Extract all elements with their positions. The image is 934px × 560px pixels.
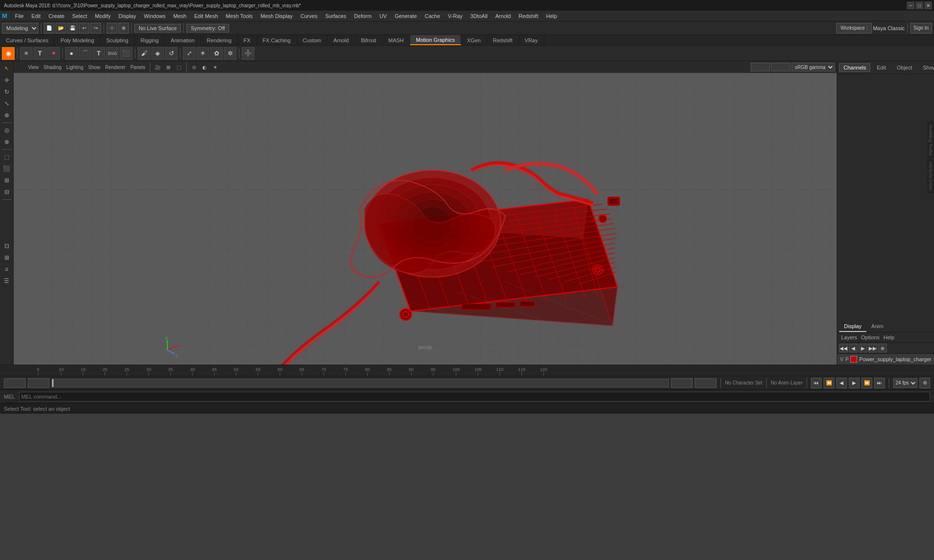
field-button[interactable]: ✿: [210, 47, 223, 60]
camera-btn[interactable]: 🎥: [153, 62, 162, 72]
layer-color-swatch[interactable]: [850, 356, 857, 363]
menu-select[interactable]: Select: [69, 12, 91, 20]
shadow-btn[interactable]: ☀: [211, 62, 220, 72]
start-frame-input[interactable]: 1: [4, 378, 26, 388]
menu-modify[interactable]: Modify: [91, 12, 114, 20]
range-end-input[interactable]: 200: [695, 378, 717, 388]
rotate-tool[interactable]: ↻: [1, 87, 12, 97]
loh-layers[interactable]: Layers: [841, 334, 857, 340]
play-back-btn[interactable]: ◀: [836, 378, 847, 388]
menu-uv[interactable]: UV: [376, 12, 391, 20]
fps-dropdown[interactable]: 24 fps: [893, 378, 917, 388]
da-tab-anim[interactable]: Anim: [866, 321, 888, 332]
sphere-button[interactable]: ●: [65, 47, 78, 60]
menu-help[interactable]: Help: [542, 12, 561, 20]
modeling-toolkit-tab[interactable]: Modeling Toolkit: [927, 122, 934, 159]
vp-panels-label[interactable]: Panels: [128, 65, 147, 70]
transform-button[interactable]: ⤢: [183, 47, 196, 60]
add-button[interactable]: ➕: [242, 47, 254, 60]
view-tool3[interactable]: ⊞: [1, 175, 12, 186]
vp-lighting-label[interactable]: Lighting: [64, 65, 85, 70]
tab-animation[interactable]: Animation: [165, 35, 201, 45]
menu-v-ray[interactable]: V-Ray: [444, 12, 467, 20]
grid-btn[interactable]: ⊞: [163, 62, 173, 72]
layer-back-btn[interactable]: ◀: [849, 344, 858, 352]
brush-button[interactable]: 🖌: [138, 47, 150, 60]
tab-custom[interactable]: Custom: [297, 35, 327, 45]
tab-fx-caching[interactable]: FX Caching: [257, 35, 297, 45]
tab-curves-/-surfaces[interactable]: Curves / Surfaces: [0, 35, 54, 45]
tab-redshift[interactable]: Redshift: [487, 35, 519, 45]
layer-add-btn[interactable]: ⊕: [878, 344, 887, 352]
snap-tool3[interactable]: ≡: [1, 264, 12, 275]
undo-button[interactable]: ↩: [79, 23, 90, 34]
text-tool-button[interactable]: T: [34, 47, 46, 60]
vp-view-label[interactable]: View: [26, 65, 41, 70]
menu-mesh-tools[interactable]: Mesh Tools: [222, 12, 256, 20]
layer-forward-forward-btn[interactable]: ▶▶: [868, 344, 877, 352]
end-frame-input[interactable]: 120: [671, 378, 693, 388]
menu-arnold[interactable]: Arnold: [491, 12, 515, 20]
layer-item[interactable]: V P Power_supply_laptop_charger: [837, 354, 934, 365]
loh-options[interactable]: Options: [861, 334, 880, 340]
menu-surfaces[interactable]: Surfaces: [321, 12, 350, 20]
workspace-label[interactable]: Workspace :: [836, 23, 872, 34]
tab-arnold[interactable]: Arnold: [327, 35, 355, 45]
menu-3dtoall[interactable]: 3DtoAll: [467, 12, 491, 20]
rp-tab-object[interactable]: Object: [892, 63, 916, 72]
menu-generate[interactable]: Generate: [391, 12, 421, 20]
component-button[interactable]: ≡: [20, 47, 33, 60]
symmetry-label[interactable]: Symmetry: Off: [186, 24, 229, 33]
save-file-button[interactable]: 💾: [67, 23, 78, 34]
loh-help[interactable]: Help: [883, 334, 895, 340]
menu-edit-mesh[interactable]: Edit Mesh: [190, 12, 222, 20]
maximize-button[interactable]: □: [916, 1, 923, 9]
snap-tool1[interactable]: ⊡: [1, 241, 12, 251]
menu-redshift[interactable]: Redshift: [515, 12, 542, 20]
gamma-input[interactable]: 1.00: [771, 63, 790, 71]
step-back-btn[interactable]: ⏪: [824, 378, 834, 388]
emit-button[interactable]: ☀: [197, 47, 209, 60]
lasso-button[interactable]: ⊗: [118, 23, 129, 34]
tab-bifrost[interactable]: Bifrost: [355, 35, 382, 45]
sign-in-button[interactable]: Sign In: [910, 23, 932, 34]
move-tool[interactable]: ✛: [1, 75, 12, 86]
vp-menu-view[interactable]: [16, 62, 25, 72]
tab-rigging[interactable]: Rigging: [135, 35, 165, 45]
menu-mesh-display[interactable]: Mesh Display: [257, 12, 297, 20]
paint-button[interactable]: ✦: [47, 47, 60, 60]
lasso-tool[interactable]: ⊗: [1, 137, 12, 147]
rp-tab-edit[interactable]: Edit: [872, 63, 890, 72]
current-frame-input[interactable]: 1: [28, 378, 50, 388]
workspace-dropdown[interactable]: Modeling: [2, 23, 38, 34]
menu-curves[interactable]: Curves: [297, 12, 322, 20]
open-file-button[interactable]: 📂: [55, 23, 66, 34]
view-tool1[interactable]: ⬚: [1, 152, 12, 162]
wireframe-btn[interactable]: ⬚: [174, 62, 184, 72]
minimize-button[interactable]: ─: [907, 1, 915, 9]
scale-tool[interactable]: ⤡: [1, 98, 12, 109]
command-input[interactable]: [19, 392, 930, 402]
vp-shading-label[interactable]: Shading: [42, 65, 64, 70]
tab-fx[interactable]: FX: [238, 35, 257, 45]
text2-button[interactable]: T: [92, 47, 105, 60]
rp-tab-show[interactable]: Show: [918, 63, 934, 72]
select-tool-left[interactable]: ↖: [1, 63, 12, 74]
tab-rendering[interactable]: Rendering: [201, 35, 238, 45]
tab-motion-graphics[interactable]: Motion Graphics: [410, 35, 461, 45]
tab-mash[interactable]: MASH: [382, 35, 410, 45]
viewport[interactable]: View Shading Lighting Show Renderer Pane…: [14, 61, 837, 365]
goto-start-btn[interactable]: ⏮: [811, 378, 822, 388]
menu-mesh[interactable]: Mesh: [169, 12, 190, 20]
menu-windows[interactable]: Windows: [140, 12, 170, 20]
da-tab-display[interactable]: Display: [839, 321, 866, 332]
attribute-editor-tab[interactable]: Attribute Editor: [927, 159, 934, 194]
gamma-dropdown[interactable]: sRGB gamma: [791, 63, 835, 71]
tab-poly-modeling[interactable]: Poly Modeling: [54, 35, 100, 45]
object-mode-button[interactable]: ◉: [2, 47, 15, 60]
step-forward-btn[interactable]: ⏩: [862, 378, 872, 388]
live-surface-label[interactable]: No Live Surface: [134, 24, 181, 33]
select-tool-button[interactable]: ⊹: [107, 23, 117, 34]
view-tool4[interactable]: ⊟: [1, 187, 12, 197]
tab-xgen[interactable]: XGen: [461, 35, 487, 45]
